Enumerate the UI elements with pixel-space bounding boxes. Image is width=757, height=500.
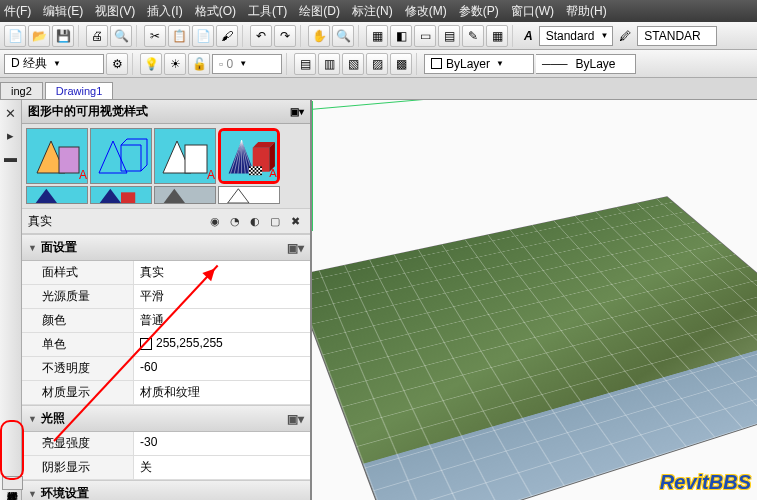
menu-modify[interactable]: 修改(M) <box>405 3 447 20</box>
layer-states-icon[interactable]: ▤ <box>294 53 316 75</box>
gear-icon[interactable]: ⚙ <box>106 53 128 75</box>
menu-edit[interactable]: 编辑(E) <box>43 3 83 20</box>
palette-vertical-tab[interactable]: 视觉样式管理器 <box>2 476 23 490</box>
axis-x <box>312 100 511 110</box>
lock-icon[interactable]: 🔓 <box>188 53 210 75</box>
dim-style-icon: 🖉 <box>619 29 631 43</box>
menu-help[interactable]: 帮助(H) <box>566 3 607 20</box>
chevron-down-icon: ▼ <box>28 489 37 499</box>
menu-insert[interactable]: 插入(I) <box>147 3 182 20</box>
new-style-icon[interactable]: ◔ <box>226 212 244 230</box>
dim-style-combo[interactable]: STANDAR <box>637 26 717 46</box>
section-environment[interactable]: ▼ 环境设置 <box>22 480 310 500</box>
svg-rect-2 <box>59 147 79 173</box>
chevron-down-icon: ▼ <box>28 243 37 253</box>
style-thumb-realistic[interactable]: A <box>218 128 280 184</box>
sun-icon[interactable]: ☀ <box>164 53 186 75</box>
3d-viewport[interactable]: RevitBBS <box>312 100 757 500</box>
tool-palette-icon[interactable]: ▭ <box>414 25 436 47</box>
layer-walk-icon[interactable]: ▩ <box>390 53 412 75</box>
text-style-combo[interactable]: Standard▼ <box>539 26 614 46</box>
color-combo[interactable]: ByLayer▼ <box>424 54 534 74</box>
palette-side-tools: ✕ ▸ ▬ <box>0 100 22 500</box>
chevron-down-icon: ▼ <box>600 31 608 40</box>
layer-match-icon[interactable]: ▨ <box>366 53 388 75</box>
open-icon[interactable]: 📂 <box>28 25 50 47</box>
svg-marker-27 <box>36 189 57 203</box>
pan-icon[interactable]: ✋ <box>308 25 330 47</box>
layer-bulb-icon[interactable]: 💡 <box>140 53 162 75</box>
copy-style-icon[interactable]: ◐ <box>246 212 264 230</box>
export-icon[interactable]: ▢ <box>266 212 284 230</box>
prop-material-value[interactable]: 材质和纹理 <box>134 381 310 404</box>
menu-file[interactable]: 件(F) <box>4 3 31 20</box>
tab-drawing2[interactable]: ing2 <box>0 82 43 99</box>
menu-params[interactable]: 参数(P) <box>459 3 499 20</box>
menu-dimension[interactable]: 标注(N) <box>352 3 393 20</box>
zoom-icon[interactable]: 🔍 <box>332 25 354 47</box>
design-icon[interactable]: ◧ <box>390 25 412 47</box>
props-icon[interactable]: ▦ <box>366 25 388 47</box>
paste-icon[interactable]: 📄 <box>192 25 214 47</box>
style-thumb-partial-3[interactable] <box>154 186 216 204</box>
collapse-icon[interactable]: ▣▾ <box>290 106 304 117</box>
cut-icon[interactable]: ✂ <box>144 25 166 47</box>
section-gear-icon[interactable]: ▣▾ <box>287 412 304 426</box>
workspace-combo[interactable]: D 经典▼ <box>4 54 104 74</box>
text-style-icon: A <box>524 29 533 43</box>
menu-draw[interactable]: 绘图(D) <box>299 3 340 20</box>
menu-icon[interactable]: ▬ <box>2 148 20 166</box>
print-icon[interactable]: 🖨 <box>86 25 108 47</box>
match-icon[interactable]: 🖌 <box>216 25 238 47</box>
document-tabs: ing2 Drawing1 <box>0 78 757 100</box>
layer-status-combo[interactable]: ▫ 0▼ <box>212 54 282 74</box>
prop-light-quality-value[interactable]: 平滑 <box>134 285 310 308</box>
calc-icon[interactable]: ▦ <box>486 25 508 47</box>
menu-bar: 件(F) 编辑(E) 视图(V) 插入(I) 格式(O) 工具(T) 绘图(D)… <box>0 0 757 22</box>
save-icon[interactable]: 💾 <box>52 25 74 47</box>
prop-shadow-label: 阴影显示 <box>22 456 134 479</box>
style-thumb-partial-1[interactable] <box>26 186 88 204</box>
undo-icon[interactable]: ↶ <box>250 25 272 47</box>
layer-prev-icon[interactable]: ▧ <box>342 53 364 75</box>
prop-shadow-value[interactable]: 关 <box>134 456 310 479</box>
apply-icon[interactable]: ◉ <box>206 212 224 230</box>
menu-view[interactable]: 视图(V) <box>95 3 135 20</box>
toolbar-1: 📄 📂 💾 🖨 🔍 ✂ 📋 📄 🖌 ↶ ↷ ✋ 🔍 ▦ ◧ ▭ ▤ ✎ ▦ A … <box>0 22 757 50</box>
prop-color-label: 颜色 <box>22 309 134 332</box>
section-face[interactable]: ▼ 面设置 ▣▾ <box>22 234 310 261</box>
style-thumb-2dwireframe[interactable]: A <box>26 128 88 184</box>
close-icon[interactable]: ✕ <box>2 104 20 122</box>
style-thumb-partial-2[interactable] <box>90 186 152 204</box>
prop-mono-label: 单色 <box>22 333 134 356</box>
style-thumb-partial-4[interactable] <box>218 186 280 204</box>
tab-drawing1[interactable]: Drawing1 <box>45 82 113 99</box>
redo-icon[interactable]: ↷ <box>274 25 296 47</box>
new-icon[interactable]: 📄 <box>4 25 26 47</box>
toolbar-2: D 经典▼ ⚙ 💡 ☀ 🔓 ▫ 0▼ ▤ ▥ ▧ ▨ ▩ ByLayer▼ ──… <box>0 50 757 78</box>
style-thumb-hidden[interactable]: A <box>154 128 216 184</box>
section-gear-icon[interactable]: ▣▾ <box>287 241 304 255</box>
section-lighting[interactable]: ▼ 光照 ▣▾ <box>22 405 310 432</box>
prop-highlight-value[interactable]: -30 <box>134 432 310 455</box>
watermark: RevitBBS <box>660 471 751 494</box>
preview-icon[interactable]: 🔍 <box>110 25 132 47</box>
menu-format[interactable]: 格式(O) <box>195 3 236 20</box>
prop-opacity-value[interactable]: -60 <box>134 357 310 380</box>
sheet-icon[interactable]: ▤ <box>438 25 460 47</box>
layer-iso-icon[interactable]: ▥ <box>318 53 340 75</box>
prop-mono-value[interactable]: 255,255,255 <box>134 333 310 356</box>
markup-icon[interactable]: ✎ <box>462 25 484 47</box>
pin-icon[interactable]: ▸ <box>2 126 20 144</box>
menu-tools[interactable]: 工具(T) <box>248 3 287 20</box>
terrain-surface <box>312 196 757 500</box>
delete-icon[interactable]: ✖ <box>286 212 304 230</box>
menu-window[interactable]: 窗口(W) <box>511 3 554 20</box>
prop-light-quality-label: 光源质量 <box>22 285 134 308</box>
copy-icon[interactable]: 📋 <box>168 25 190 47</box>
style-thumb-3dwireframe[interactable] <box>90 128 152 184</box>
prop-highlight-label: 亮显强度 <box>22 432 134 455</box>
prop-face-style-value[interactable]: 真实 <box>134 261 310 284</box>
prop-color-value[interactable]: 普通 <box>134 309 310 332</box>
linetype-combo[interactable]: ───ByLaye <box>536 54 636 74</box>
